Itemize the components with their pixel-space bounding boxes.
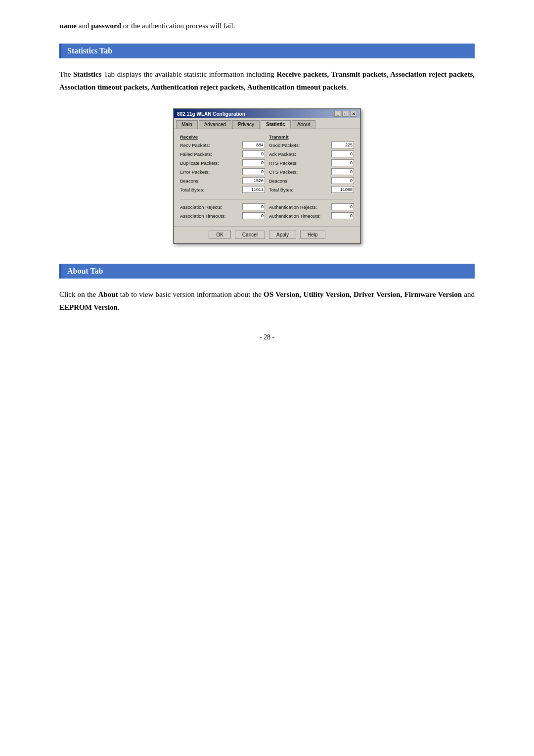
cts-packets-label: CTS Packets: (269, 169, 331, 175)
assoc-rejects-label: Association Rejects: (180, 204, 242, 210)
bottom-stats-columns: Association Rejects: 0 Association Timeo… (180, 203, 354, 221)
failed-packets-label: Failed Packets: (180, 151, 242, 157)
association-column: Association Rejects: 0 Association Timeo… (180, 203, 265, 221)
duplicate-packets-label: Duplicate Packets: (180, 160, 242, 166)
tab-main[interactable]: Main (176, 120, 198, 129)
about-section: About Tab Click on the About tab to view… (59, 264, 475, 314)
error-packets-row: Error Packets: 0 (180, 168, 265, 175)
dialog-box: 802.11g WLAN Configuration _ □ ✕ Main Ad… (173, 108, 361, 244)
assoc-rejects-value: 0 (242, 203, 265, 210)
dialog-title: 802.11g WLAN Configuration (177, 111, 245, 117)
ack-packets-row: Ack Packets: 0 (269, 150, 354, 157)
intro-tail: or the authentication process will fail. (121, 22, 235, 30)
stats-columns: Receive Recv Packets: 884 Failed Packets… (180, 134, 354, 195)
beacons-left-value: 1526 (242, 177, 265, 184)
dialog-titlebar: 802.11g WLAN Configuration _ □ ✕ (174, 109, 360, 118)
maximize-button[interactable]: □ (342, 111, 349, 117)
intro-paragraph: name and password or the authentication … (59, 20, 475, 32)
tab-about[interactable]: About (292, 120, 315, 129)
titlebar-buttons: _ □ ✕ (334, 111, 357, 117)
error-packets-value: 0 (242, 168, 265, 175)
authentication-column: Authentication Rejects: 0 Authentication… (269, 203, 354, 221)
stats-keywords: Receive packets, Transmit packets, Assoc… (59, 70, 475, 91)
beacons-right-row: Beacons: 0 (269, 177, 354, 184)
error-packets-label: Error Packets: (180, 169, 242, 175)
auth-rejects-row: Authentication Rejects: 0 (269, 203, 354, 210)
transmit-column: Transmit Good Packets: 225 Ack Packets: … (269, 134, 354, 195)
ack-packets-value: 0 (331, 150, 354, 157)
cts-packets-row: CTS Packets: 0 (269, 168, 354, 175)
close-button[interactable]: ✕ (350, 111, 357, 117)
rts-packets-label: RTS Packets: (269, 160, 331, 166)
about-versions: OS Version, Utility Version, Driver Vers… (264, 290, 462, 298)
total-bytes-right-value: 11088 (331, 186, 354, 193)
about-header: About Tab (59, 264, 475, 279)
receive-label: Receive (180, 134, 265, 140)
good-packets-label: Good Packets: (269, 142, 331, 148)
minimize-button[interactable]: _ (334, 111, 341, 117)
recv-packets-row: Recv Packets: 884 (180, 142, 265, 148)
auth-timeouts-value: 0 (331, 212, 354, 219)
rts-packets-row: RTS Packets: 0 (269, 159, 354, 166)
auth-timeouts-label: Authentication Timeouts: (269, 213, 331, 219)
total-bytes-left-label: Total Bytes: (180, 187, 242, 192)
total-bytes-right-label: Total Bytes: (269, 187, 331, 192)
failed-packets-row: Failed Packets: 0 (180, 150, 265, 157)
beacons-left-row: Beacons: 1526 (180, 177, 265, 184)
about-eeprom: EEPROM Version (59, 303, 118, 311)
assoc-timeouts-value: 0 (242, 212, 265, 219)
tab-statistic[interactable]: Statistic (261, 120, 291, 129)
beacons-right-value: 0 (331, 177, 354, 184)
page-number: - 28 - (59, 333, 475, 341)
recv-packets-label: Recv Packets: (180, 142, 242, 148)
statistics-description: The Statistics Tab displays the availabl… (59, 68, 475, 94)
dialog-footer: OK Cancel Apply Help (174, 226, 360, 243)
auth-timeouts-row: Authentication Timeouts: 0 (269, 212, 354, 219)
statistics-section: Statistics Tab The Statistics Tab displa… (59, 44, 475, 244)
good-packets-value: 225 (331, 142, 354, 148)
apply-button[interactable]: Apply (269, 231, 296, 239)
intro-and: and (77, 22, 91, 30)
intro-name: name (59, 22, 77, 30)
duplicate-packets-value: 0 (242, 159, 265, 166)
dialog-container: 802.11g WLAN Configuration _ □ ✕ Main Ad… (59, 108, 475, 244)
failed-packets-value: 0 (242, 150, 265, 157)
total-bytes-left-value: 11011 (242, 186, 265, 193)
dialog-tabs: Main Advanced Privacy Statistic About (174, 118, 360, 129)
section-divider (180, 199, 354, 199)
assoc-timeouts-label: Association Timeouts: (180, 213, 242, 219)
transmit-label: Transmit (269, 134, 354, 140)
assoc-timeouts-row: Association Timeouts: 0 (180, 212, 265, 219)
receive-column: Receive Recv Packets: 884 Failed Packets… (180, 134, 265, 195)
total-bytes-left-row: Total Bytes: 11011 (180, 186, 265, 193)
rts-packets-value: 0 (331, 159, 354, 166)
total-bytes-right-row: Total Bytes: 11088 (269, 186, 354, 193)
tab-privacy[interactable]: Privacy (232, 120, 260, 129)
about-bold: About (98, 290, 118, 298)
statistics-bold: Statistics (73, 70, 102, 78)
intro-password: password (91, 22, 121, 30)
about-description: Click on the About tab to view basic ver… (59, 288, 475, 314)
cancel-button[interactable]: Cancel (235, 231, 265, 239)
statistics-header: Statistics Tab (59, 44, 475, 58)
dialog-content: Receive Recv Packets: 884 Failed Packets… (174, 129, 360, 226)
auth-rejects-value: 0 (331, 203, 354, 210)
duplicate-packets-row: Duplicate Packets: 0 (180, 159, 265, 166)
auth-rejects-label: Authentication Rejects: (269, 204, 331, 210)
cts-packets-value: 0 (331, 168, 354, 175)
beacons-right-label: Beacons: (269, 178, 331, 184)
tab-advanced[interactable]: Advanced (199, 120, 231, 129)
ack-packets-label: Ack Packets: (269, 151, 331, 157)
help-button[interactable]: Help (300, 231, 325, 239)
assoc-rejects-row: Association Rejects: 0 (180, 203, 265, 210)
recv-packets-value: 884 (242, 142, 265, 148)
beacons-left-label: Beacons: (180, 178, 242, 184)
ok-button[interactable]: OK (209, 231, 230, 239)
good-packets-row: Good Packets: 225 (269, 142, 354, 148)
